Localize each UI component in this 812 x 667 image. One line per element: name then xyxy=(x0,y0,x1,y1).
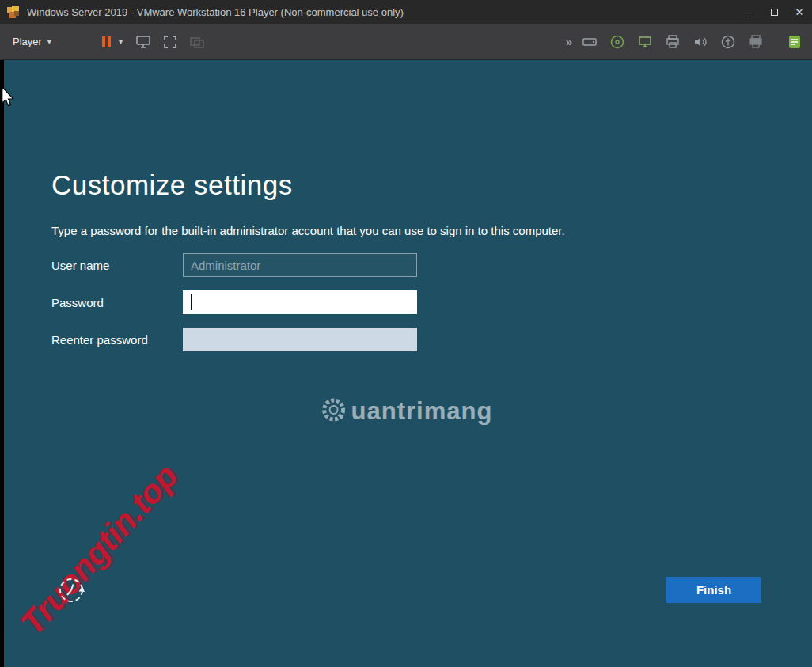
window-controls: – ✕ xyxy=(736,0,812,24)
message-log-icon[interactable] xyxy=(785,32,804,51)
vmware-player-icon xyxy=(7,6,20,18)
player-toolbar: Player ▾ ▾ » xyxy=(0,24,812,60)
vm-display: Customize settings Type a password for t… xyxy=(0,60,812,667)
maximize-icon xyxy=(771,9,778,16)
username-label: User name xyxy=(51,259,109,272)
sound-icon[interactable] xyxy=(691,32,710,51)
text-caret xyxy=(191,294,192,310)
quantrimang-logo-icon xyxy=(320,396,348,427)
close-button[interactable]: ✕ xyxy=(787,0,812,24)
player-menu-button[interactable]: Player ▾ xyxy=(3,30,61,53)
password-label: Password xyxy=(51,296,104,309)
page-description: Type a password for the built-in adminis… xyxy=(51,224,565,237)
usb-icon[interactable] xyxy=(719,32,738,51)
unity-icon xyxy=(188,32,207,51)
quantrimang-text: uantrimang xyxy=(351,397,493,426)
virtual-printer-icon[interactable] xyxy=(746,32,765,51)
page-title: Customize settings xyxy=(51,169,293,201)
password-field xyxy=(183,290,417,314)
hard-disk-icon[interactable] xyxy=(580,32,599,51)
player-menu-label: Player xyxy=(13,36,42,47)
suspend-button[interactable] xyxy=(97,32,116,51)
pause-icon xyxy=(102,36,105,47)
chevron-down-icon: ▾ xyxy=(47,38,51,46)
truongtin-watermark: Truongtin.top xyxy=(13,457,185,642)
suspend-dropdown-icon[interactable]: ▾ xyxy=(119,38,123,46)
reenter-password-label: Reenter password xyxy=(51,333,148,347)
vmware-player-window: Windows Server 2019 - VMware Workstation… xyxy=(0,0,812,667)
reenter-password-input[interactable] xyxy=(183,328,417,351)
window-title: Windows Server 2019 - VMware Workstation… xyxy=(27,6,736,18)
maximize-button[interactable] xyxy=(761,0,787,24)
printer-icon[interactable] xyxy=(663,32,682,51)
password-input[interactable] xyxy=(183,290,417,314)
titlebar: Windows Server 2019 - VMware Workstation… xyxy=(0,0,812,24)
show-hide-icons-icon[interactable]: » xyxy=(566,35,571,48)
mouse-cursor-icon xyxy=(1,87,15,111)
fullscreen-icon[interactable] xyxy=(161,32,180,51)
username-input[interactable] xyxy=(183,253,417,277)
quantrimang-watermark: uantrimang xyxy=(320,396,493,427)
ease-of-access-button[interactable] xyxy=(54,573,89,608)
minimize-button[interactable]: – xyxy=(736,0,761,24)
finish-button[interactable]: Finish xyxy=(666,577,761,603)
display-edge-bar xyxy=(0,60,4,667)
device-status-bar: » xyxy=(566,32,812,51)
network-adapter-icon[interactable] xyxy=(636,32,655,51)
send-ctrl-alt-del-icon[interactable] xyxy=(134,32,153,51)
cd-dvd-icon[interactable] xyxy=(608,32,627,51)
